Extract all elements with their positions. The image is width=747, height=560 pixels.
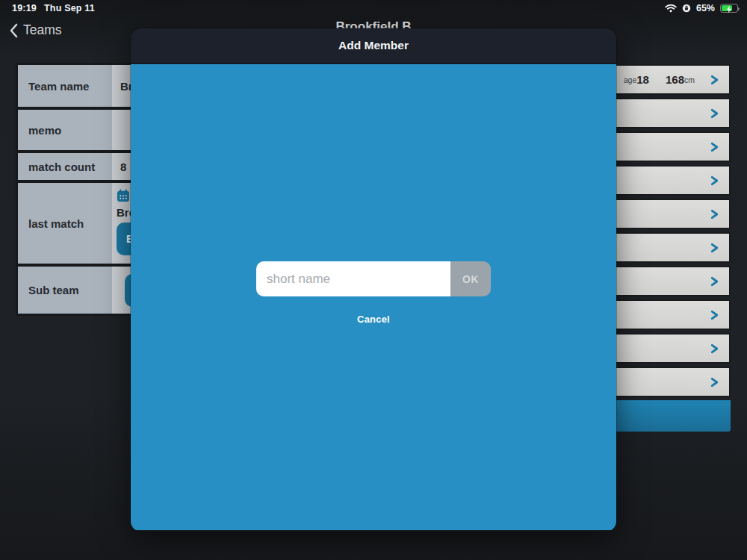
wifi-icon <box>665 4 677 13</box>
height-unit: cm <box>684 75 695 84</box>
status-date: Thu Sep 11 <box>44 3 95 13</box>
battery-percent: 65% <box>696 3 715 13</box>
row-label: Team name <box>18 65 112 107</box>
height-value: 168 <box>666 73 684 86</box>
row-label: Sub team <box>18 267 112 314</box>
status-bar: 19:19 Thu Sep 11 65% <box>0 0 747 18</box>
dialog-body: OK Cancel <box>131 64 616 530</box>
row-label: match count <box>18 153 112 180</box>
calendar-icon <box>117 189 130 202</box>
chevron-right-icon <box>709 209 719 220</box>
chevron-right-icon <box>709 75 719 85</box>
ok-button[interactable]: OK <box>450 261 491 296</box>
short-name-input[interactable] <box>256 261 450 296</box>
status-time: 19:19 <box>12 3 37 13</box>
app-screen: 19:19 Thu Sep 11 65% <box>0 0 747 560</box>
chevron-right-icon <box>709 108 719 119</box>
chevron-right-icon <box>709 377 719 388</box>
chevron-right-icon <box>709 310 719 320</box>
battery-icon <box>720 4 738 13</box>
chevron-right-icon <box>709 243 719 253</box>
row-label: last match <box>18 183 112 264</box>
cancel-button[interactable]: Cancel <box>131 314 616 325</box>
short-name-input-group: OK <box>256 261 491 296</box>
chevron-right-icon <box>709 142 719 152</box>
age-value: 18 <box>636 73 649 86</box>
chevron-right-icon <box>709 343 719 354</box>
dialog-title: Add Member <box>338 39 409 52</box>
add-member-dialog: Add Member OK Cancel <box>131 28 616 532</box>
age-label: age <box>624 75 637 84</box>
dialog-header: Add Member <box>131 28 616 64</box>
row-label: memo <box>18 110 112 150</box>
chevron-right-icon <box>709 175 719 186</box>
orientation-lock-icon <box>682 4 691 13</box>
chevron-right-icon <box>709 276 719 287</box>
